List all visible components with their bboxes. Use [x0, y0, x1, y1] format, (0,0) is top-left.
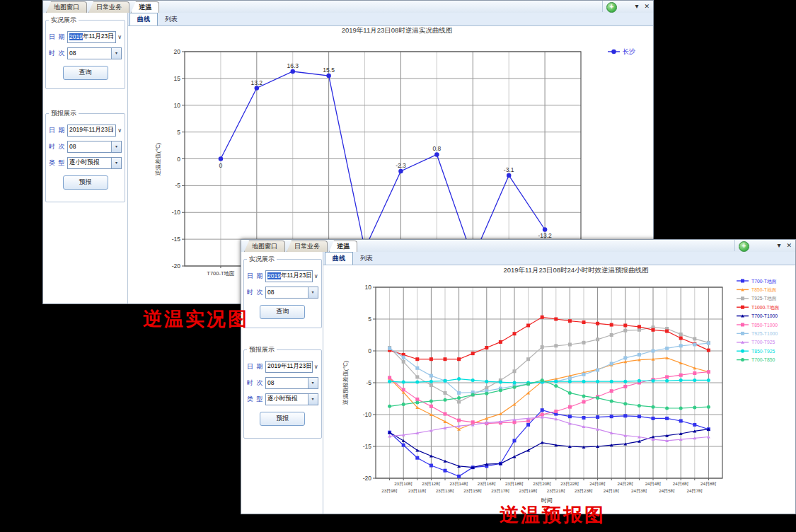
- date-field[interactable]: 2019年11月23日 ▲▼: [67, 31, 116, 43]
- date-dropdown-icon[interactable]: ∨: [314, 273, 318, 279]
- subtab-curve[interactable]: 曲线: [129, 13, 158, 25]
- date-dropdown-icon[interactable]: ∨: [117, 34, 122, 40]
- tab-inversion[interactable]: 逆温: [131, 1, 159, 13]
- query-sidebar: 实况展示 日 期 2019年11月23日 ▲▼ ∨ 时 次 08 ▾: [43, 13, 128, 303]
- date-field[interactable]: 2019年11月23日 ▲▼: [265, 361, 313, 373]
- date-spinner[interactable]: ▲▼: [110, 125, 115, 136]
- forecast-button[interactable]: 预报: [260, 412, 305, 426]
- type-combobox[interactable]: 逐小时预报 ▾: [67, 157, 122, 169]
- group-title: 预报展示: [49, 109, 79, 118]
- query-sidebar: 实况展示 日 期 2019年11月23日 ▲▼ ∨ 时 次 08 ▾: [241, 252, 323, 514]
- group-title: 实况展示: [247, 255, 277, 264]
- forecast-inversion-window: 地图窗口 日常业务 逆温 + ▾ ✕ 实况展示 日 期 2019年11月23日 …: [241, 239, 796, 514]
- date-label: 日 期: [49, 33, 67, 42]
- group-title: 实况展示: [49, 16, 79, 25]
- time-combobox[interactable]: 08 ▾: [67, 47, 122, 59]
- date-label: 日 期: [247, 272, 265, 281]
- tab-map-window[interactable]: 地图窗口: [244, 241, 285, 252]
- annotation-actual-chart: 逆温实况图: [143, 306, 249, 332]
- time-label: 时 次: [49, 142, 67, 151]
- date-dropdown-icon[interactable]: ∨: [117, 127, 122, 134]
- subtab-curve[interactable]: 曲线: [325, 252, 353, 265]
- dropdown-icon[interactable]: ▾: [308, 394, 318, 405]
- add-icon[interactable]: +: [739, 241, 749, 252]
- subtab-list[interactable]: 列表: [353, 253, 380, 265]
- dropdown-icon[interactable]: ▾: [111, 48, 121, 59]
- collapse-icon[interactable]: ▾: [777, 241, 780, 250]
- collapse-icon[interactable]: ▾: [635, 2, 638, 11]
- tab-daily-business[interactable]: 日常业务: [88, 1, 129, 13]
- tab-map-window[interactable]: 地图窗口: [46, 1, 87, 13]
- date-label: 日 期: [247, 362, 265, 371]
- group-title: 预报展示: [247, 345, 277, 354]
- time-combobox[interactable]: 08 ▾: [67, 141, 122, 153]
- dropdown-icon[interactable]: ▾: [308, 287, 318, 298]
- close-icon[interactable]: ✕: [786, 241, 792, 250]
- query-button[interactable]: 查询: [260, 305, 305, 319]
- time-label: 时 次: [247, 378, 265, 388]
- live-display-group: 实况展示 日 期 2019年11月23日 ▲▼ ∨ 时 次 08 ▾: [243, 255, 322, 328]
- time-label: 时 次: [247, 288, 265, 297]
- date-dropdown-icon[interactable]: ∨: [314, 364, 318, 370]
- time-label: 时 次: [49, 49, 67, 58]
- query-button[interactable]: 查询: [63, 66, 108, 80]
- add-icon[interactable]: +: [606, 2, 617, 13]
- date-spinner[interactable]: ▲▼: [110, 32, 115, 42]
- tab-strip: 地图窗口 日常业务 逆温 + ▾ ✕: [43, 1, 653, 13]
- close-icon[interactable]: ✕: [644, 2, 650, 11]
- subtab-list[interactable]: 列表: [158, 13, 185, 25]
- type-label: 类 型: [247, 395, 265, 404]
- time-combobox[interactable]: 08 ▾: [265, 377, 318, 389]
- chart-panel: 曲线 列表: [323, 252, 795, 514]
- forecast-display-group: 预报展示 日 期 2019年11月23日 ▲▼ ∨ 时 次 08 ▾: [45, 109, 125, 202]
- tab-daily-business[interactable]: 日常业务: [287, 241, 328, 252]
- dropdown-icon[interactable]: ▾: [111, 158, 121, 168]
- date-label: 日 期: [49, 126, 67, 135]
- forecast-display-group: 预报展示 日 期 2019年11月23日 ▲▼ ∨ 时 次 08 ▾: [243, 345, 322, 439]
- type-label: 类 型: [49, 158, 67, 168]
- tab-inversion[interactable]: 逆温: [329, 241, 357, 252]
- date-spinner[interactable]: ▲▼: [306, 271, 311, 282]
- tab-strip: 地图窗口 日常业务 逆温 + ▾ ✕: [241, 240, 795, 253]
- date-field[interactable]: 2019年11月23日 ▲▼: [67, 125, 116, 137]
- dropdown-icon[interactable]: ▾: [308, 378, 318, 388]
- date-spinner[interactable]: ▲▼: [306, 362, 311, 372]
- dropdown-icon[interactable]: ▾: [111, 141, 121, 152]
- live-display-group: 实况展示 日 期 2019年11月23日 ▲▼ ∨ 时 次 08 ▾: [45, 16, 125, 89]
- forecast-button[interactable]: 预报: [63, 175, 108, 190]
- date-field[interactable]: 2019年11月23日 ▲▼: [265, 270, 313, 282]
- type-combobox[interactable]: 逐小时预报 ▾: [265, 393, 318, 405]
- time-combobox[interactable]: 08 ▾: [265, 287, 318, 299]
- annotation-forecast-chart: 逆温预报图: [500, 502, 606, 528]
